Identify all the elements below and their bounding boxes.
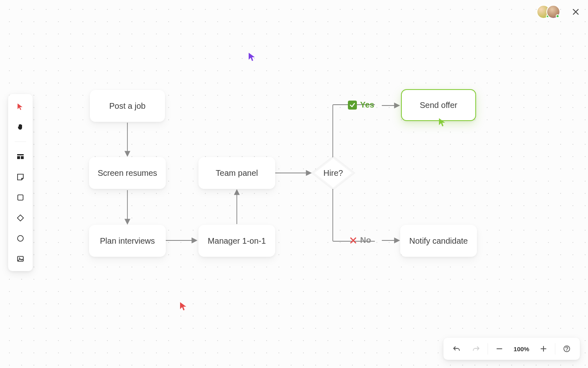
node-label: Plan interviews [100, 236, 155, 246]
node-label: Team panel [216, 168, 258, 178]
svg-point-8 [566, 350, 567, 351]
help-button[interactable] [557, 340, 577, 357]
node-hire-decision[interactable]: Hire? [311, 156, 355, 190]
help-icon [563, 345, 570, 352]
zoom-in-button[interactable] [534, 340, 553, 357]
node-post-job[interactable]: Post a job [90, 90, 165, 122]
node-label: Notify candidate [409, 236, 468, 246]
cursor-icon [439, 118, 446, 127]
plus-icon [540, 345, 547, 352]
node-label: Post a job [109, 101, 146, 111]
node-plan-interviews[interactable]: Plan interviews [89, 225, 166, 257]
node-team-panel[interactable]: Team panel [198, 157, 275, 189]
separator [555, 343, 555, 355]
x-mark-icon [350, 237, 357, 244]
zoom-level[interactable]: 100% [509, 346, 534, 352]
separator [488, 343, 488, 355]
cursor-icon [248, 52, 256, 61]
node-manager-1on1[interactable]: Manager 1-on-1 [198, 225, 275, 257]
minus-icon [496, 345, 503, 352]
collab-cursor-purple [248, 52, 256, 61]
cursor-icon [180, 302, 187, 311]
checkbox-checked-icon [348, 101, 357, 110]
node-notify-candidate[interactable]: Notify candidate [400, 225, 477, 257]
branch-label-no[interactable]: No [350, 236, 371, 245]
collab-cursor-red [180, 302, 187, 311]
redo-button[interactable] [466, 340, 486, 357]
canvas[interactable]: Post a job Screen resumes Plan interview… [0, 0, 588, 368]
redo-icon [472, 345, 480, 352]
node-label: Manager 1-on-1 [208, 236, 266, 246]
zoom-toolbar: 100% [443, 338, 580, 360]
branch-label-yes[interactable]: Yes [348, 100, 374, 110]
node-label: Hire? [311, 156, 355, 190]
branch-text: No [360, 236, 371, 245]
zoom-out-button[interactable] [490, 340, 509, 357]
undo-button[interactable] [447, 340, 466, 357]
collab-cursor-green [439, 118, 446, 127]
node-label: Send offer [420, 101, 457, 110]
undo-icon [453, 345, 460, 352]
connector-layer [0, 0, 588, 368]
branch-text: Yes [360, 100, 374, 110]
node-label: Screen resumes [98, 168, 157, 178]
node-screen-resumes[interactable]: Screen resumes [89, 157, 166, 189]
node-send-offer[interactable]: Send offer [401, 89, 476, 121]
